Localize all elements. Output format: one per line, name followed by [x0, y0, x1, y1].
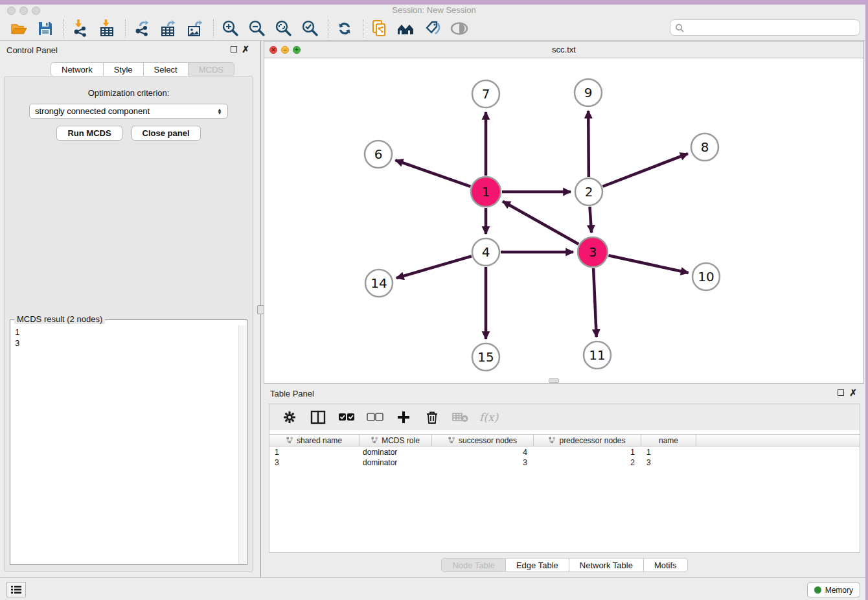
- first-neighbors-icon[interactable]: [396, 19, 416, 38]
- edge-3-10[interactable]: [608, 255, 688, 273]
- column-header-MCDS-role[interactable]: MCDS role: [360, 435, 432, 446]
- tab-motifs[interactable]: Motifs: [644, 558, 688, 572]
- gear-icon[interactable]: [280, 408, 299, 427]
- table-cell[interactable]: 2: [534, 457, 641, 468]
- zoom-in-icon[interactable]: [220, 19, 240, 38]
- show-graphics-icon[interactable]: [450, 19, 469, 38]
- node-11[interactable]: 11: [584, 341, 611, 369]
- tab-edge-table[interactable]: Edge Table: [506, 558, 569, 572]
- tab-network[interactable]: Network: [51, 62, 104, 76]
- edge-2-9[interactable]: [588, 111, 589, 177]
- run-mcds-button[interactable]: Run MCDS: [56, 126, 122, 141]
- vertical-splitter-grip[interactable]: [257, 305, 264, 314]
- table-cell[interactable]: 1: [269, 447, 360, 457]
- table-cell[interactable]: 1: [641, 447, 696, 457]
- network-canvas[interactable]: 7968124314101511: [264, 58, 863, 383]
- column-label: name: [659, 436, 678, 445]
- window-title: Session: New Session: [0, 5, 868, 15]
- delete-table-icon[interactable]: [451, 408, 470, 427]
- edge-3-11[interactable]: [593, 268, 597, 337]
- close-table-panel-icon[interactable]: ✗: [849, 387, 857, 398]
- zoom-fit-icon[interactable]: [273, 19, 293, 38]
- export-table-icon[interactable]: [159, 19, 178, 38]
- table-cell[interactable]: 4: [432, 447, 534, 457]
- hide-labels-icon[interactable]: [423, 19, 442, 38]
- dock-panels-button[interactable]: [6, 582, 26, 597]
- edge-4-14[interactable]: [396, 256, 472, 278]
- search-input[interactable]: [687, 23, 860, 32]
- svg-text:4: 4: [482, 244, 490, 260]
- node-7[interactable]: 7: [472, 80, 499, 108]
- criterion-select[interactable]: strongly connected component ▲▼: [29, 104, 228, 119]
- close-panel-icon[interactable]: ✗: [242, 44, 249, 54]
- column-tree-icon: [371, 437, 378, 444]
- toolbar-separator: [213, 19, 214, 38]
- toolbar-separator: [63, 19, 64, 38]
- tab-mcds[interactable]: MCDS: [188, 62, 234, 76]
- node-10[interactable]: 10: [692, 263, 720, 290]
- refresh-icon[interactable]: [335, 19, 354, 38]
- table-cell[interactable]: dominator: [360, 457, 432, 468]
- svg-text:14: 14: [371, 275, 387, 291]
- clone-network-icon[interactable]: [370, 19, 389, 38]
- node-1[interactable]: 1: [471, 177, 501, 207]
- export-image-icon[interactable]: [185, 19, 205, 38]
- split-view-icon[interactable]: [308, 408, 328, 427]
- save-session-icon[interactable]: [36, 19, 55, 38]
- node-15[interactable]: 15: [472, 343, 499, 371]
- mcds-result-scrollbar[interactable]: [238, 325, 246, 564]
- svg-text:9: 9: [584, 85, 593, 100]
- edge-1-6[interactable]: [395, 160, 470, 187]
- node-6[interactable]: 6: [365, 141, 392, 168]
- tab-style[interactable]: Style: [104, 62, 144, 76]
- zoom-selected-icon[interactable]: [300, 19, 319, 38]
- column-header-predecessor-nodes[interactable]: predecessor nodes: [534, 435, 641, 446]
- table-cell[interactable]: 1: [534, 447, 641, 457]
- zoom-out-icon[interactable]: [247, 19, 266, 38]
- column-header-name[interactable]: name: [641, 435, 696, 446]
- network-window-titlebar[interactable]: ✕ – + scc.txt: [264, 41, 863, 58]
- tab-select[interactable]: Select: [144, 62, 188, 76]
- node-3[interactable]: 3: [578, 237, 608, 267]
- search-box[interactable]: [670, 19, 860, 36]
- table-row[interactable]: 3dominator323: [269, 457, 860, 468]
- node-8[interactable]: 8: [691, 133, 718, 161]
- import-network-icon[interactable]: [71, 19, 90, 38]
- column-label: MCDS role: [382, 436, 420, 445]
- select-all-columns-icon[interactable]: [337, 408, 356, 427]
- node-4[interactable]: 4: [472, 238, 499, 266]
- memory-button[interactable]: Memory: [807, 583, 860, 597]
- edge-2-8[interactable]: [602, 154, 687, 187]
- control-panel-header: Control Panel ✗: [0, 41, 257, 59]
- edge-2-3[interactable]: [589, 207, 591, 233]
- close-panel-button[interactable]: Close panel: [131, 126, 201, 141]
- node-14[interactable]: 14: [365, 270, 393, 297]
- mcds-result-text[interactable]: 1 3: [11, 325, 238, 564]
- column-header-successor-nodes[interactable]: successor nodes: [432, 435, 534, 446]
- control-panel-tabs: NetworkStyleSelectMCDS: [51, 62, 234, 76]
- tab-network-table[interactable]: Network Table: [569, 558, 644, 572]
- edge-3-1[interactable]: [503, 202, 578, 244]
- import-table-icon[interactable]: [97, 19, 117, 38]
- table-cell[interactable]: dominator: [360, 447, 432, 457]
- table-row[interactable]: 1dominator411: [269, 447, 860, 457]
- table-cell[interactable]: 3: [432, 457, 534, 468]
- column-header-shared-name[interactable]: shared name: [269, 435, 360, 446]
- desktop-edge-right: [865, 0, 868, 600]
- function-builder-icon[interactable]: f(x): [479, 411, 498, 424]
- open-file-icon[interactable]: [9, 19, 29, 38]
- float-panel-icon[interactable]: [231, 46, 237, 52]
- node-9[interactable]: 9: [575, 79, 602, 106]
- delete-column-icon[interactable]: [422, 408, 442, 427]
- add-column-icon[interactable]: [394, 408, 413, 427]
- unselect-all-columns-icon[interactable]: [365, 408, 385, 427]
- table-cell[interactable]: 3: [269, 457, 360, 468]
- tab-node-table[interactable]: Node Table: [441, 558, 506, 572]
- export-network-icon[interactable]: [132, 19, 152, 38]
- horizontal-splitter-grip[interactable]: [549, 378, 559, 383]
- table-cell[interactable]: 3: [641, 457, 696, 468]
- node-2[interactable]: 2: [575, 178, 602, 205]
- table-panel-header: Table Panel ✗: [264, 384, 865, 402]
- column-tree-icon: [286, 437, 293, 444]
- float-table-panel-icon[interactable]: [838, 389, 844, 396]
